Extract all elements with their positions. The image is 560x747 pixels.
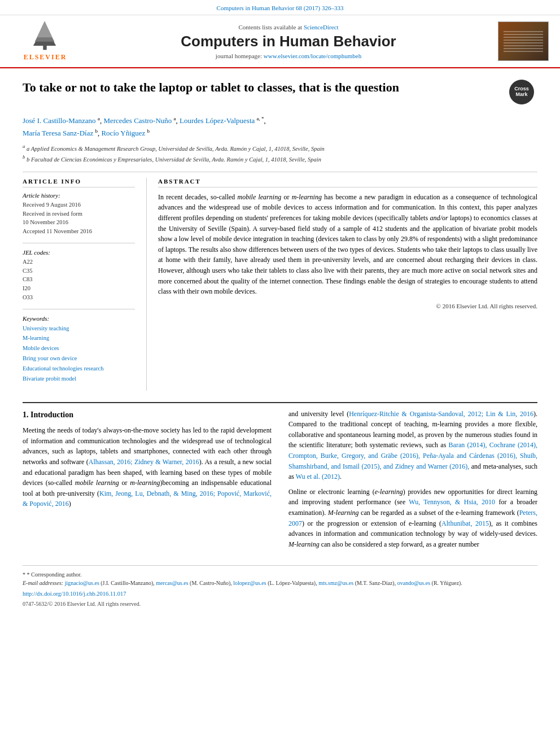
contents-line: Contents lists available at ScienceDirec… <box>79 24 498 30</box>
article-info-heading: ARTICLE INFO <box>23 178 135 187</box>
info-rule-1 <box>23 243 135 243</box>
article-title-row: To take or not to take the laptop or tab… <box>23 80 537 108</box>
email-yniguez[interactable]: ovando@us.es <box>397 580 430 586</box>
received-date: Received 9 August 2016 <box>23 200 135 209</box>
ref-alhassan[interactable]: Alhassan, 2016; Zidney & Warner, 2016 <box>89 458 199 466</box>
affil-a2: a <box>174 116 176 121</box>
article-title: To take or not to take the laptop or tab… <box>23 80 509 96</box>
logo-area: ELSEVIER <box>11 21 79 62</box>
homepage-text: journal homepage: <box>216 53 262 59</box>
footnote-area: * * Corresponding author. E-mail address… <box>23 565 537 608</box>
elsevier-tree-icon <box>29 21 60 52</box>
ref-baran[interactable]: Baran (2014), Cochrane (2014), Crompton,… <box>288 441 537 470</box>
main-divider <box>23 402 537 403</box>
abstract-text: In recent decades, so-called mobile lear… <box>158 192 537 297</box>
section-divider <box>23 172 537 172</box>
email-sanz[interactable]: mts.smz@us.es <box>318 580 353 586</box>
doi-link: http://dx.doi.org/10.1016/j.chb.2016.11.… <box>23 589 537 599</box>
journal-center: Contents lists available at ScienceDirec… <box>79 24 498 59</box>
jel-codes: JEL codes: A22C35C83I20O33 <box>23 249 135 302</box>
ref-henriquez[interactable]: Henríquez-Ritchie & Organista-Sandoval, … <box>349 410 533 418</box>
keyword-3[interactable]: Mobile devices <box>23 343 135 353</box>
issn-line: 0747-5632/© 2016 Elsevier Ltd. All right… <box>23 600 537 608</box>
journal-header: ELSEVIER Contents lists available at Sci… <box>0 15 560 68</box>
keyword-5[interactable]: Educational technologies research <box>23 364 135 374</box>
affil-b2: b <box>147 128 150 134</box>
ref-kim[interactable]: Kim, Jeong, Lu, Debnath, & Ming, 2016; P… <box>23 490 272 508</box>
top-bar: Computers in Human Behavior 68 (2017) 32… <box>0 0 560 15</box>
keyword-1[interactable]: University teaching <box>23 324 135 334</box>
affil-a3: a, * <box>257 116 264 121</box>
intro-para-right-2: Online or electronic learning (e-learnin… <box>288 487 537 550</box>
intro-heading: 1. Introduction <box>23 409 272 421</box>
accepted-date: Accepted 11 November 2016 <box>23 227 135 236</box>
doi-url[interactable]: http://dx.doi.org/10.1016/j.chb.2016.11.… <box>23 591 126 597</box>
journal-reference: Computers in Human Behavior 68 (2017) 32… <box>217 5 344 11</box>
sciencedirect-link[interactable]: ScienceDirect <box>304 24 339 30</box>
journal-thumbnail <box>498 21 549 61</box>
email-note: E-mail addresses: jignacio@us.es (J.I. C… <box>23 579 537 587</box>
elsevier-logo: ELSEVIER <box>24 21 67 62</box>
affiliations: a a Applied Economics & Management Resea… <box>23 143 537 164</box>
email-label: E-mail addresses: <box>23 580 63 586</box>
copyright-text: © 2016 Elsevier Ltd. All rights reserved… <box>158 303 537 309</box>
ref-peters[interactable]: Peters, 2007 <box>288 509 537 527</box>
author-yniguez[interactable]: Rocío Yñiguez <box>101 129 145 137</box>
thumb-lines <box>504 29 543 54</box>
email-castro[interactable]: mercas@us.es <box>156 580 188 586</box>
body-col-right: and university level (Henríquez-Ritchie … <box>288 409 537 554</box>
affiliation-b: b b Facultad de Ciencias Económicas y Em… <box>23 154 537 164</box>
affil-a1: a <box>98 116 100 121</box>
keyword-2[interactable]: M-learning <box>23 333 135 343</box>
revised-date: Received in revised form10 November 2016 <box>23 209 135 228</box>
author-castillo[interactable]: José I. Castillo-Manzano <box>23 116 96 125</box>
email-castillo[interactable]: jignacio@us.es <box>65 580 99 586</box>
homepage-url[interactable]: www.elsevier.com/locate/comphumbeh <box>264 53 361 59</box>
jel-values: A22C35C83I20O33 <box>23 257 135 302</box>
article-history: Article history: Received 9 August 2016 … <box>23 192 135 236</box>
journal-homepage: journal homepage: www.elsevier.com/locat… <box>79 53 498 59</box>
elsevier-label: ELSEVIER <box>24 53 67 62</box>
author-sanz[interactable]: María Teresa Sanz-Díaz <box>23 129 93 137</box>
abstract-heading: ABSTRACT <box>158 178 537 187</box>
ref-althunibat[interactable]: Althunibat, 2015 <box>441 519 489 527</box>
keywords-label: Keywords: <box>23 315 135 322</box>
email-lopez[interactable]: lolopez@us.es <box>233 580 266 586</box>
keyword-6[interactable]: Bivariate probit model <box>23 374 135 384</box>
authors: José I. Castillo-Manzano a, Mercedes Cas… <box>23 115 537 139</box>
intro-para-right-1: and university level (Henríquez-Ritchie … <box>288 409 537 482</box>
intro-para-1: Meeting the needs of today's always-on-t… <box>23 425 272 509</box>
corresponding-note: * * Corresponding author. <box>23 570 537 579</box>
article-info-column: ARTICLE INFO Article history: Received 9… <box>23 178 147 391</box>
journal-title: Computers in Human Behavior <box>79 33 498 50</box>
ref-wu2012[interactable]: Wu et al. (2012) <box>296 473 340 480</box>
svg-marker-3 <box>37 21 53 37</box>
ref-wu2010[interactable]: Wu, Tennyson, & Hsia, 2010 <box>409 498 495 506</box>
affil-b1: b <box>95 128 98 134</box>
crossmark-icon: CrossMark <box>509 80 534 104</box>
affiliation-a: a a Applied Economics & Management Resea… <box>23 143 537 153</box>
info-abstract-row: ARTICLE INFO Article history: Received 9… <box>23 178 537 391</box>
body-col-left: 1. Introduction Meeting the needs of tod… <box>23 409 272 554</box>
abstract-column: ABSTRACT In recent decades, so-called mo… <box>147 178 537 391</box>
info-rule-2 <box>23 309 135 309</box>
contents-text: Contents lists available at <box>238 24 302 30</box>
keywords-list: University teaching M-learning Mobile de… <box>23 324 135 384</box>
history-label: Article history: <box>23 192 135 199</box>
keyword-4[interactable]: Bring your own device <box>23 353 135 364</box>
author-castro[interactable]: Mercedes Castro-Nuño <box>103 116 172 125</box>
keywords-section: Keywords: University teaching M-learning… <box>23 315 135 384</box>
author-lopez[interactable]: Lourdes López-Valpuesta <box>180 116 255 125</box>
body-two-column: 1. Introduction Meeting the needs of tod… <box>23 409 537 554</box>
article-container: To take or not to take the laptop or tab… <box>0 68 560 619</box>
jel-label: JEL codes: <box>23 249 135 256</box>
crossmark-badge: CrossMark <box>509 80 537 108</box>
